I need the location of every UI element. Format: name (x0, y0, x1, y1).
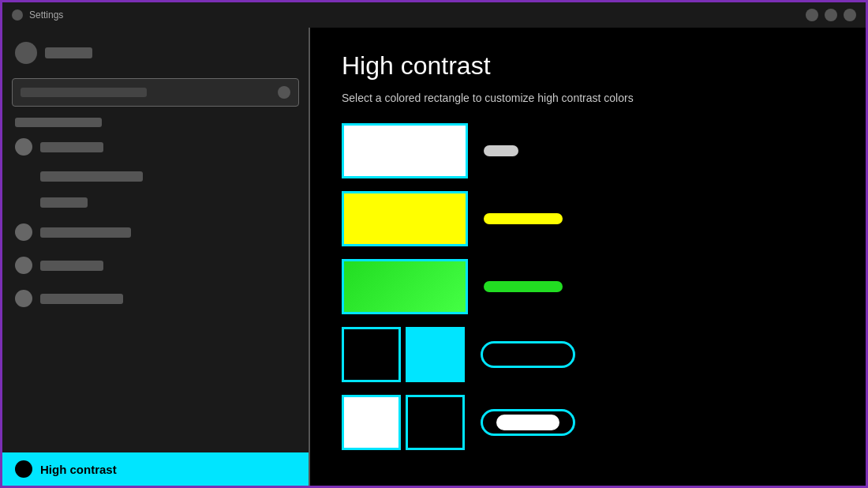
white-indicator (484, 145, 518, 156)
system-label (40, 142, 103, 152)
user-avatar (15, 42, 37, 64)
green-color-swatch[interactable] (342, 259, 468, 314)
swatch-row-green (342, 259, 834, 314)
high-contrast-label: High contrast (40, 463, 117, 476)
green-indicator (484, 281, 563, 292)
search-bar-placeholder (21, 88, 147, 97)
swatch-row-black-cyan (342, 327, 834, 382)
sidebar-user-section (2, 36, 309, 70)
white-inner-indicator (481, 409, 575, 436)
apps-label (40, 261, 103, 271)
cyan-color-swatch[interactable] (406, 327, 465, 382)
sidebar-search-box[interactable] (12, 78, 299, 107)
high-contrast-icon: ☀ (15, 460, 32, 478)
page-subtitle: Select a colored rectangle to customize … (342, 92, 834, 104)
apps-icon (15, 257, 32, 274)
yellow-color-swatch[interactable] (342, 191, 468, 246)
titlebar-title: Settings (29, 9, 63, 21)
sidebar-item-system[interactable] (2, 130, 309, 163)
accounts-icon (15, 290, 32, 307)
dark-outline-indicator (481, 341, 575, 368)
minimize-button[interactable] (806, 9, 818, 21)
swatch-row-yellow (342, 191, 834, 246)
system-icon (15, 138, 32, 156)
page-title: High contrast (342, 51, 834, 81)
user-name-label (45, 47, 92, 58)
white-color-swatch[interactable] (342, 123, 468, 178)
devices-label (40, 171, 143, 182)
content-area: High contrast Select a colored rectangle… (310, 28, 866, 486)
search-icon (278, 86, 290, 99)
sidebar: ☀ High contrast (2, 28, 310, 486)
close-button[interactable] (844, 9, 856, 21)
black-small-swatch[interactable] (406, 395, 465, 450)
accounts-label (40, 294, 123, 304)
sidebar-item-network[interactable] (2, 190, 309, 216)
swatch-row-white (342, 123, 834, 178)
titlebar-app-icon (12, 9, 23, 21)
main-layout: ☀ High contrast High contrast Select a c… (2, 28, 866, 486)
indicator-inner-bar (496, 415, 559, 430)
personalization-icon (15, 223, 32, 241)
yellow-indicator (484, 213, 563, 224)
black-color-swatch[interactable] (342, 327, 401, 382)
maximize-button[interactable] (825, 9, 837, 21)
sidebar-item-accounts[interactable] (2, 282, 309, 315)
sidebar-section-label (15, 118, 102, 127)
titlebar-left: Settings (12, 9, 63, 21)
titlebar-controls (806, 9, 856, 21)
titlebar: Settings (2, 2, 866, 28)
white-small-swatch[interactable] (342, 395, 401, 450)
swatch-row-white-black (342, 395, 834, 450)
sidebar-item-personalization[interactable] (2, 216, 309, 249)
sidebar-item-high-contrast[interactable]: ☀ High contrast (2, 452, 309, 486)
network-label (40, 197, 88, 208)
sidebar-item-devices[interactable] (2, 163, 309, 190)
personalization-label (40, 227, 131, 238)
sidebar-item-apps[interactable] (2, 249, 309, 282)
